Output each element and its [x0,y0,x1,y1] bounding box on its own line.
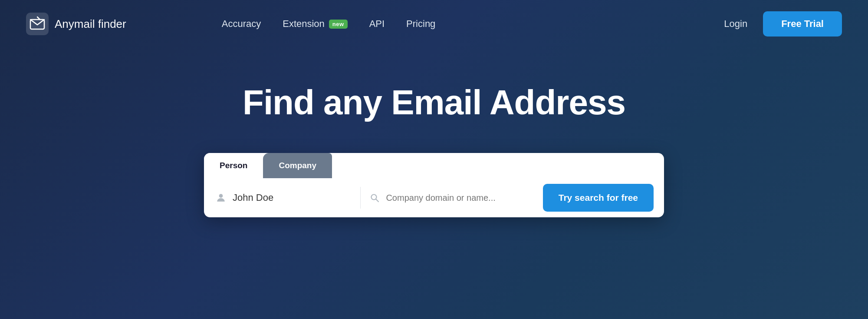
svg-rect-0 [26,13,49,35]
logo-link[interactable]: Anymail finder [26,13,126,35]
svg-point-3 [372,195,377,200]
search-tabs: Person Company [204,153,664,178]
person-name-input[interactable] [233,192,352,203]
search-icon [369,193,380,203]
svg-point-2 [219,194,223,198]
input-divider [360,187,361,209]
nav-right: Login Free Trial [724,11,842,37]
company-input-area [365,193,537,203]
free-trial-button[interactable]: Free Trial [763,11,842,37]
search-row: Try search for free [204,178,664,217]
person-icon [215,192,227,203]
nav-links: Accuracy Extension new API Pricing [222,18,436,30]
nav-extension[interactable]: Extension new [283,18,347,30]
navbar: Anymail finder Accuracy Extension new AP… [0,0,868,48]
nav-accuracy[interactable]: Accuracy [222,18,261,30]
nav-api[interactable]: API [369,18,385,30]
person-input-area [211,192,356,203]
company-domain-input[interactable] [386,193,533,203]
login-link[interactable]: Login [724,18,747,30]
search-card: Person Company Try search for free [204,153,664,217]
search-button[interactable]: Try search for free [543,184,654,212]
svg-line-4 [376,199,379,202]
extension-badge: new [329,20,348,29]
tab-person[interactable]: Person [204,153,263,178]
logo-icon [26,13,49,35]
hero-section: Find any Email Address Person Company [0,48,868,217]
brand-name: Anymail finder [55,17,126,31]
tab-company[interactable]: Company [263,153,332,178]
nav-pricing[interactable]: Pricing [406,18,435,30]
hero-title: Find any Email Address [243,83,625,123]
